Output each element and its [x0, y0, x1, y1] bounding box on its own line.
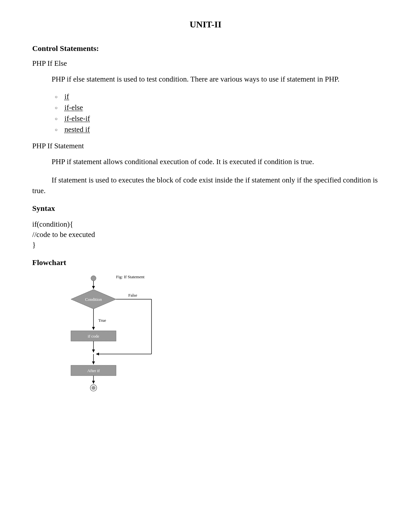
list-item-text: nested if	[64, 125, 90, 133]
code-line: }	[32, 240, 379, 250]
end-node	[90, 385, 97, 391]
if-code-node: if code	[71, 331, 116, 341]
flowchart-heading: Flowchart	[32, 258, 379, 267]
svg-text:After if: After if	[87, 368, 100, 373]
control-statements-heading: Control Statements:	[32, 44, 379, 53]
list-item: nested if	[55, 125, 379, 134]
flowchart-diagram: Fig: If Statement Condition False True i…	[52, 273, 168, 396]
php-if-else-subheading: PHP If Else	[32, 59, 379, 68]
list-item: if-else-if	[55, 114, 379, 123]
svg-text:if code: if code	[88, 334, 99, 339]
list-item: if-else	[55, 103, 379, 112]
true-label: True	[98, 318, 106, 323]
svg-point-19	[92, 386, 95, 390]
start-node	[91, 276, 96, 281]
page-title: UNIT-II	[32, 19, 379, 30]
after-if-node: After if	[71, 365, 116, 376]
code-line: //code to be executed	[32, 230, 379, 240]
syntax-code: if(condition){ //code to be executed }	[32, 219, 379, 251]
fig-title: Fig: If Statement	[116, 274, 144, 279]
false-label: False	[128, 293, 137, 298]
list-item-text: if-else	[64, 103, 83, 112]
syntax-heading: Syntax	[32, 204, 379, 213]
svg-point-3	[91, 276, 96, 281]
if-statement-paragraph-2: If statement is used to executes the blo…	[32, 175, 379, 196]
if-statement-paragraph-1: PHP if statement allows conditional exec…	[32, 157, 379, 167]
list-item: if	[55, 93, 379, 101]
list-item-text: if	[64, 93, 69, 101]
code-line: if(condition){	[32, 219, 379, 230]
intro-paragraph: PHP if else statement is used to test co…	[32, 74, 379, 84]
list-item-text: if-else-if	[64, 114, 90, 123]
svg-text:Condition: Condition	[85, 297, 102, 302]
condition-node: Condition	[71, 290, 116, 309]
php-if-statement-subheading: PHP If Statement	[32, 142, 379, 150]
if-types-list: if if-else if-else-if nested if	[55, 93, 379, 134]
